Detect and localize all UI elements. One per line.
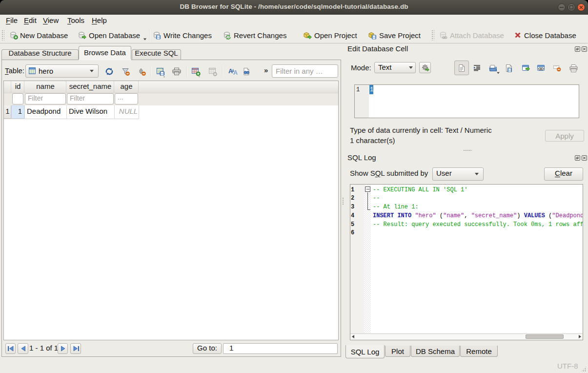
svg-text:A: A [233,69,238,76]
